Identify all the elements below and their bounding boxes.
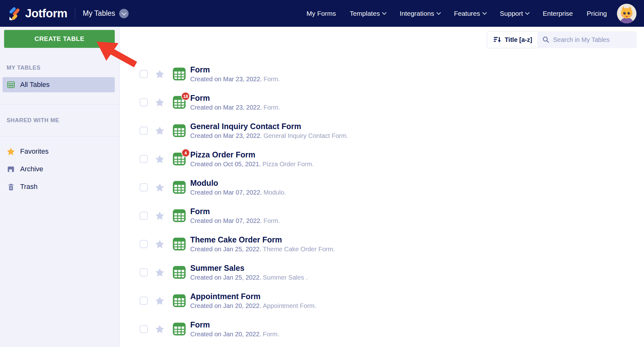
source-form-name: Appointment Form. [263,302,316,309]
my-tables-heading: MY TABLES [7,65,41,71]
star-icon[interactable] [155,154,165,164]
nav-menu: My Forms Templates Integrations Features… [307,10,607,17]
sidebar-divider [0,136,119,136]
row-checkbox[interactable] [140,70,148,78]
table-meta: Created on Jan 20, 2022.Form. [190,331,279,338]
source-form-name: Form. [264,104,280,111]
created-date: Created on Jan 25, 2022. [190,274,261,281]
trash-icon [7,183,15,191]
top-navbar: Jotform My Tables My Forms Templates Int… [0,0,644,27]
create-table-button[interactable]: CREATE TABLE [4,30,115,48]
row-checkbox[interactable] [140,297,148,305]
sidebar-item-trash[interactable]: Trash [0,178,119,196]
table-row[interactable]: 4 Pizza Order Form Created on Oct 05, 20… [140,145,644,173]
workspace-switcher[interactable]: My Tables [83,9,129,18]
table-title[interactable]: Form [190,320,279,329]
star-icon[interactable] [155,126,165,136]
table-title[interactable]: Appointment Form [190,292,316,301]
star-icon[interactable] [155,267,165,277]
table-icon [172,265,186,279]
table-icon [172,294,186,308]
chevron-down-icon [436,10,441,15]
nav-menu-item[interactable]: Integrations [400,10,440,17]
row-checkbox[interactable] [140,127,148,135]
table-row[interactable]: Summer Sales Created on Jan 25, 2022.Sum… [140,258,644,287]
row-checkbox[interactable] [140,268,148,276]
sidebar-items: Favorites Archive Trash [0,143,119,196]
table-row[interactable]: 18 Form Created on Mar 23, 2022.Form. [140,88,644,117]
table-title[interactable]: Form [190,94,280,103]
star-icon[interactable] [155,97,165,107]
user-avatar[interactable] [617,4,636,23]
created-date: Created on Jan 20, 2022. [190,331,261,338]
table-meta: Created on Mar 23, 2022.General Inquiry … [190,132,348,139]
row-text: Form Created on Jan 20, 2022.Form. [190,320,279,338]
table-icon [172,180,186,194]
sidebar-item-label: Favorites [20,147,48,156]
sidebar-item-favorites[interactable]: Favorites [0,143,119,160]
table-row[interactable]: Appointment Form Created on Jan 20, 2022… [140,287,644,315]
notification-badge: 4 [181,149,190,157]
nav-menu-item[interactable]: Support [500,10,529,17]
table-icon [172,67,186,81]
avatar-cat-illustration [617,4,636,23]
table-meta: Created on Mar 07, 2022.Form. [190,217,280,225]
row-checkbox[interactable] [140,212,148,220]
search-input[interactable] [537,31,637,48]
star-icon[interactable] [155,296,165,306]
table-meta: Created on Mar 23, 2022.Form. [190,76,280,83]
source-form-name: Theme Cake Order Form. [263,246,335,253]
table-row[interactable]: General Inquiry Contact Form Created on … [140,117,644,145]
chevron-down-icon [382,10,386,15]
row-checkbox[interactable] [140,325,148,333]
table-row[interactable]: Form Created on Mar 23, 2022.Form. [140,60,644,88]
star-icon[interactable] [155,69,165,79]
tables-list: Form Created on Mar 23, 2022.Form. [140,60,644,343]
row-checkbox[interactable] [140,98,148,106]
table-title[interactable]: Pizza Order Form [190,150,314,159]
nav-menu-item[interactable]: Enterprise [543,10,573,17]
jotform-logo[interactable]: Jotform [7,6,67,21]
search-box [537,31,637,48]
star-icon[interactable] [155,211,165,221]
archive-icon [7,165,15,173]
row-text: Theme Cake Order Form Created on Jan 25,… [190,235,335,253]
nav-menu-item[interactable]: Templates [350,10,386,17]
nav-menu-item[interactable]: My Forms [307,10,336,17]
row-checkbox[interactable] [140,155,148,163]
table-title[interactable]: Summer Sales [190,264,308,273]
star-icon[interactable] [155,324,165,334]
sort-button[interactable]: Title [a-z] [487,31,538,48]
table-grid-icon [7,81,15,89]
table-title[interactable]: Theme Cake Order Form [190,235,335,244]
nav-menu-item[interactable]: Pricing [587,10,607,17]
table-icon [172,209,186,223]
table-title[interactable]: Form [190,65,280,74]
nav-menu-item[interactable]: Features [454,10,486,17]
table-row[interactable]: Form Created on Jan 20, 2022.Form. [140,315,644,343]
created-date: Created on Oct 05, 2021. [190,161,261,168]
table-icon [172,322,186,336]
table-meta: Created on Mar 07, 2022.Modulo. [190,189,286,196]
row-text: Appointment Form Created on Jan 20, 2022… [190,292,316,310]
star-icon[interactable] [155,182,165,192]
sidebar-item-all-tables[interactable]: All Tables [3,77,115,92]
created-date: Created on Mar 23, 2022. [190,76,262,82]
table-title[interactable]: Modulo [190,179,286,188]
nav-item-label: Pricing [587,10,607,17]
sort-icon [493,36,501,44]
row-checkbox[interactable] [140,183,148,191]
table-row[interactable]: Theme Cake Order Form Created on Jan 25,… [140,230,644,258]
chevron-down-icon[interactable] [119,9,129,18]
sidebar-item-archive[interactable]: Archive [0,160,119,178]
table-title[interactable]: General Inquiry Contact Form [190,122,348,131]
chevron-down-icon [525,10,530,15]
table-title[interactable]: Form [190,207,280,216]
star-icon[interactable] [155,239,165,249]
row-checkbox[interactable] [140,240,148,248]
table-row[interactable]: Modulo Created on Mar 07, 2022.Modulo. [140,173,644,202]
table-row[interactable]: Form Created on Mar 07, 2022.Form. [140,202,644,230]
table-icon: 4 [172,152,186,166]
row-text: Pizza Order Form Created on Oct 05, 2021… [190,150,314,168]
table-meta: Created on Jan 20, 2022.Appointment Form… [190,302,316,310]
